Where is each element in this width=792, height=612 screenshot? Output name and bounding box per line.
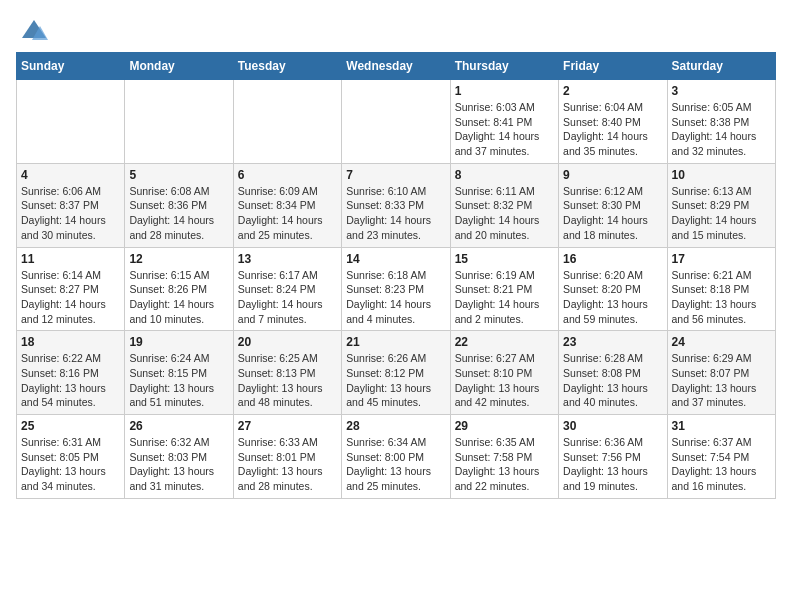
day-number: 22: [455, 335, 554, 349]
calendar-cell: 8Sunrise: 6:11 AMSunset: 8:32 PMDaylight…: [450, 163, 558, 247]
calendar-cell: 16Sunrise: 6:20 AMSunset: 8:20 PMDayligh…: [559, 247, 667, 331]
day-number: 19: [129, 335, 228, 349]
day-number: 2: [563, 84, 662, 98]
day-number: 17: [672, 252, 771, 266]
calendar-cell: 18Sunrise: 6:22 AMSunset: 8:16 PMDayligh…: [17, 331, 125, 415]
calendar-week-row: 11Sunrise: 6:14 AMSunset: 8:27 PMDayligh…: [17, 247, 776, 331]
day-info: Sunrise: 6:35 AMSunset: 7:58 PMDaylight:…: [455, 435, 554, 494]
day-info: Sunrise: 6:12 AMSunset: 8:30 PMDaylight:…: [563, 184, 662, 243]
calendar-table: SundayMondayTuesdayWednesdayThursdayFrid…: [16, 52, 776, 499]
day-info: Sunrise: 6:32 AMSunset: 8:03 PMDaylight:…: [129, 435, 228, 494]
day-number: 1: [455, 84, 554, 98]
day-number: 31: [672, 419, 771, 433]
day-number: 10: [672, 168, 771, 182]
day-info: Sunrise: 6:20 AMSunset: 8:20 PMDaylight:…: [563, 268, 662, 327]
calendar-cell: 17Sunrise: 6:21 AMSunset: 8:18 PMDayligh…: [667, 247, 775, 331]
day-of-week-header: Sunday: [17, 53, 125, 80]
calendar-cell: 11Sunrise: 6:14 AMSunset: 8:27 PMDayligh…: [17, 247, 125, 331]
day-number: 30: [563, 419, 662, 433]
calendar-cell: 26Sunrise: 6:32 AMSunset: 8:03 PMDayligh…: [125, 415, 233, 499]
calendar-cell: 23Sunrise: 6:28 AMSunset: 8:08 PMDayligh…: [559, 331, 667, 415]
day-info: Sunrise: 6:25 AMSunset: 8:13 PMDaylight:…: [238, 351, 337, 410]
calendar-cell: 2Sunrise: 6:04 AMSunset: 8:40 PMDaylight…: [559, 80, 667, 164]
day-number: 5: [129, 168, 228, 182]
calendar-cell: 12Sunrise: 6:15 AMSunset: 8:26 PMDayligh…: [125, 247, 233, 331]
calendar-cell: [125, 80, 233, 164]
day-of-week-header: Wednesday: [342, 53, 450, 80]
calendar-cell: 6Sunrise: 6:09 AMSunset: 8:34 PMDaylight…: [233, 163, 341, 247]
calendar-cell: 28Sunrise: 6:34 AMSunset: 8:00 PMDayligh…: [342, 415, 450, 499]
day-number: 9: [563, 168, 662, 182]
calendar-cell: 22Sunrise: 6:27 AMSunset: 8:10 PMDayligh…: [450, 331, 558, 415]
day-number: 3: [672, 84, 771, 98]
day-info: Sunrise: 6:34 AMSunset: 8:00 PMDaylight:…: [346, 435, 445, 494]
day-of-week-header: Tuesday: [233, 53, 341, 80]
day-number: 13: [238, 252, 337, 266]
calendar-week-row: 25Sunrise: 6:31 AMSunset: 8:05 PMDayligh…: [17, 415, 776, 499]
day-number: 16: [563, 252, 662, 266]
day-info: Sunrise: 6:04 AMSunset: 8:40 PMDaylight:…: [563, 100, 662, 159]
calendar-cell: 27Sunrise: 6:33 AMSunset: 8:01 PMDayligh…: [233, 415, 341, 499]
day-number: 4: [21, 168, 120, 182]
day-info: Sunrise: 6:28 AMSunset: 8:08 PMDaylight:…: [563, 351, 662, 410]
day-info: Sunrise: 6:03 AMSunset: 8:41 PMDaylight:…: [455, 100, 554, 159]
calendar-cell: 4Sunrise: 6:06 AMSunset: 8:37 PMDaylight…: [17, 163, 125, 247]
calendar-cell: 19Sunrise: 6:24 AMSunset: 8:15 PMDayligh…: [125, 331, 233, 415]
day-of-week-header: Friday: [559, 53, 667, 80]
calendar-cell: 15Sunrise: 6:19 AMSunset: 8:21 PMDayligh…: [450, 247, 558, 331]
calendar-cell: [17, 80, 125, 164]
calendar-cell: 5Sunrise: 6:08 AMSunset: 8:36 PMDaylight…: [125, 163, 233, 247]
day-info: Sunrise: 6:08 AMSunset: 8:36 PMDaylight:…: [129, 184, 228, 243]
day-number: 15: [455, 252, 554, 266]
day-info: Sunrise: 6:33 AMSunset: 8:01 PMDaylight:…: [238, 435, 337, 494]
calendar-cell: 30Sunrise: 6:36 AMSunset: 7:56 PMDayligh…: [559, 415, 667, 499]
day-info: Sunrise: 6:31 AMSunset: 8:05 PMDaylight:…: [21, 435, 120, 494]
calendar-cell: [342, 80, 450, 164]
day-number: 14: [346, 252, 445, 266]
day-info: Sunrise: 6:17 AMSunset: 8:24 PMDaylight:…: [238, 268, 337, 327]
day-info: Sunrise: 6:09 AMSunset: 8:34 PMDaylight:…: [238, 184, 337, 243]
day-info: Sunrise: 6:29 AMSunset: 8:07 PMDaylight:…: [672, 351, 771, 410]
day-info: Sunrise: 6:21 AMSunset: 8:18 PMDaylight:…: [672, 268, 771, 327]
logo-icon: [20, 16, 48, 44]
day-number: 11: [21, 252, 120, 266]
calendar-week-row: 4Sunrise: 6:06 AMSunset: 8:37 PMDaylight…: [17, 163, 776, 247]
day-info: Sunrise: 6:24 AMSunset: 8:15 PMDaylight:…: [129, 351, 228, 410]
calendar-cell: 31Sunrise: 6:37 AMSunset: 7:54 PMDayligh…: [667, 415, 775, 499]
day-number: 7: [346, 168, 445, 182]
calendar-cell: 1Sunrise: 6:03 AMSunset: 8:41 PMDaylight…: [450, 80, 558, 164]
day-info: Sunrise: 6:36 AMSunset: 7:56 PMDaylight:…: [563, 435, 662, 494]
calendar-cell: 3Sunrise: 6:05 AMSunset: 8:38 PMDaylight…: [667, 80, 775, 164]
calendar-cell: 9Sunrise: 6:12 AMSunset: 8:30 PMDaylight…: [559, 163, 667, 247]
calendar-header-row: SundayMondayTuesdayWednesdayThursdayFrid…: [17, 53, 776, 80]
day-info: Sunrise: 6:14 AMSunset: 8:27 PMDaylight:…: [21, 268, 120, 327]
calendar-cell: 13Sunrise: 6:17 AMSunset: 8:24 PMDayligh…: [233, 247, 341, 331]
day-number: 6: [238, 168, 337, 182]
calendar-cell: [233, 80, 341, 164]
day-number: 21: [346, 335, 445, 349]
day-info: Sunrise: 6:15 AMSunset: 8:26 PMDaylight:…: [129, 268, 228, 327]
calendar-cell: 21Sunrise: 6:26 AMSunset: 8:12 PMDayligh…: [342, 331, 450, 415]
day-number: 18: [21, 335, 120, 349]
day-info: Sunrise: 6:27 AMSunset: 8:10 PMDaylight:…: [455, 351, 554, 410]
calendar-cell: 25Sunrise: 6:31 AMSunset: 8:05 PMDayligh…: [17, 415, 125, 499]
day-info: Sunrise: 6:13 AMSunset: 8:29 PMDaylight:…: [672, 184, 771, 243]
day-info: Sunrise: 6:05 AMSunset: 8:38 PMDaylight:…: [672, 100, 771, 159]
calendar-cell: 24Sunrise: 6:29 AMSunset: 8:07 PMDayligh…: [667, 331, 775, 415]
day-info: Sunrise: 6:37 AMSunset: 7:54 PMDaylight:…: [672, 435, 771, 494]
calendar-cell: 14Sunrise: 6:18 AMSunset: 8:23 PMDayligh…: [342, 247, 450, 331]
day-number: 27: [238, 419, 337, 433]
day-info: Sunrise: 6:10 AMSunset: 8:33 PMDaylight:…: [346, 184, 445, 243]
day-number: 20: [238, 335, 337, 349]
logo: [16, 16, 48, 44]
day-number: 12: [129, 252, 228, 266]
calendar-cell: 10Sunrise: 6:13 AMSunset: 8:29 PMDayligh…: [667, 163, 775, 247]
day-number: 8: [455, 168, 554, 182]
calendar-week-row: 18Sunrise: 6:22 AMSunset: 8:16 PMDayligh…: [17, 331, 776, 415]
day-info: Sunrise: 6:22 AMSunset: 8:16 PMDaylight:…: [21, 351, 120, 410]
day-info: Sunrise: 6:06 AMSunset: 8:37 PMDaylight:…: [21, 184, 120, 243]
day-of-week-header: Monday: [125, 53, 233, 80]
day-number: 28: [346, 419, 445, 433]
day-number: 25: [21, 419, 120, 433]
day-number: 29: [455, 419, 554, 433]
